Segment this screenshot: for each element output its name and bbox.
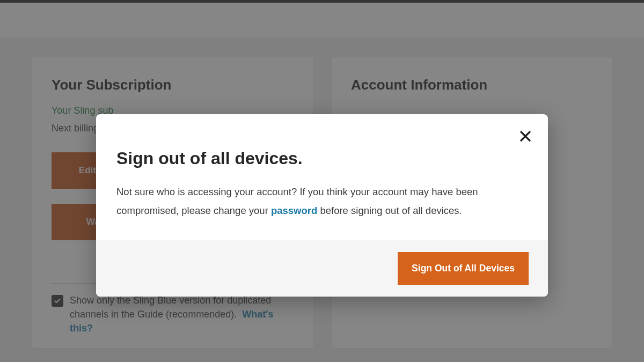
close-icon (519, 130, 532, 143)
modal-footer: Sign Out of All Devices (96, 240, 548, 297)
sign-out-modal: Sign out of all devices. Not sure who is… (96, 114, 548, 297)
modal-body: Sign out of all devices. Not sure who is… (96, 114, 548, 240)
modal-text-after: before signing out of all devices. (317, 205, 462, 216)
modal-overlay[interactable]: Sign out of all devices. Not sure who is… (0, 0, 644, 362)
modal-description: Not sure who is accessing your account? … (116, 182, 528, 220)
sign-out-all-devices-button[interactable]: Sign Out of All Devices (398, 252, 529, 285)
modal-title: Sign out of all devices. (116, 149, 528, 168)
change-password-link[interactable]: password (271, 205, 317, 216)
close-button[interactable] (519, 128, 532, 145)
